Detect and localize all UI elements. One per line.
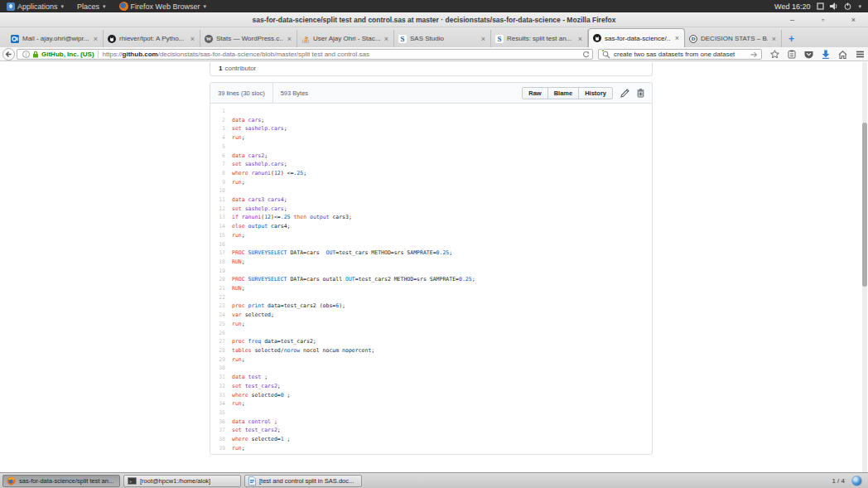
line-number[interactable]: 4	[210, 133, 232, 143]
line-number[interactable]: 17	[210, 249, 232, 258]
tab-close-icon[interactable]: ×	[93, 35, 99, 43]
line-number[interactable]: 27	[210, 337, 232, 346]
tab-5[interactable]: SSAS Studio×	[394, 30, 491, 47]
line-number[interactable]: 2	[210, 116, 232, 125]
line-number[interactable]: 18	[210, 258, 232, 267]
line-number[interactable]: 38	[210, 435, 232, 444]
scrollbar-thumb[interactable]	[862, 123, 867, 287]
taskbar-item-3[interactable]: [test and control split in SAS.doc...	[244, 475, 362, 487]
hamburger-menu-icon[interactable]	[856, 51, 865, 58]
line-number[interactable]: 12	[210, 205, 232, 214]
search-bar[interactable]: create two sas datasets from one dataset	[598, 49, 762, 60]
line-number[interactable]: 32	[210, 382, 232, 391]
new-tab-button[interactable]: +	[782, 33, 801, 47]
tab-4[interactable]: User Ajay Ohri - Stac...×	[297, 30, 394, 47]
places-menu[interactable]: Places ▾	[70, 0, 113, 12]
line-number[interactable]: 21	[210, 284, 232, 293]
minimize-button-icon[interactable]: –	[788, 16, 797, 25]
window-indicator-icon[interactable]	[817, 2, 824, 10]
search-input-value[interactable]: create two sas datasets from one dataset	[614, 51, 747, 58]
delete-trash-icon[interactable]	[637, 89, 644, 98]
download-icon[interactable]	[822, 50, 830, 59]
tab-close-icon[interactable]: ×	[287, 35, 292, 43]
code-line: 5	[210, 143, 652, 152]
applications-menu[interactable]: Applications ▾	[0, 0, 70, 12]
line-number[interactable]: 30	[210, 364, 232, 373]
url-bar[interactable]: i GitHub, Inc. (US) https://github.com/d…	[17, 49, 593, 60]
search-go-arrow-icon[interactable]	[750, 51, 758, 58]
line-number[interactable]: 14	[210, 222, 232, 231]
line-number[interactable]: 8	[210, 169, 232, 178]
taskbar-item-2[interactable]: >_[root@hpcw1:/home/alok]	[123, 475, 241, 487]
tab-8[interactable]: DDECISION STATS – B...×	[685, 30, 782, 47]
line-number[interactable]: 26	[210, 329, 232, 338]
raw-button[interactable]: Raw	[522, 87, 547, 99]
info-icon[interactable]: i	[22, 51, 30, 58]
code-line: 10	[210, 186, 652, 196]
taskbar-item-1[interactable]: sas-for-data-science/split test an...	[2, 475, 120, 487]
back-button[interactable]	[2, 48, 15, 60]
tab-close-icon[interactable]: ×	[771, 35, 777, 43]
line-number[interactable]: 22	[210, 293, 232, 302]
line-number[interactable]: 20	[210, 275, 232, 284]
close-button-icon[interactable]: ×	[849, 16, 858, 25]
github-icon	[593, 34, 601, 42]
pocket-icon[interactable]	[804, 51, 813, 59]
system-menu-caret-icon[interactable]: ▾	[858, 3, 861, 10]
line-number[interactable]: 23	[210, 302, 232, 311]
line-number[interactable]: 28	[210, 346, 232, 355]
home-icon[interactable]	[838, 51, 847, 59]
url-text[interactable]: https://github.com/decisionstats/sas-for…	[103, 51, 582, 58]
tab-close-icon[interactable]: ×	[383, 35, 389, 43]
workspace-orb-icon[interactable]	[851, 476, 862, 486]
code-line: 12set sashelp.cars;	[210, 205, 652, 214]
line-number[interactable]: 19	[210, 267, 232, 276]
line-number[interactable]: 11	[210, 196, 232, 205]
line-number[interactable]: 36	[210, 418, 232, 427]
tab-close-icon[interactable]: ×	[577, 35, 583, 43]
workspace-pager[interactable]: 1 / 4	[832, 477, 845, 485]
line-number[interactable]: 35	[210, 408, 232, 418]
line-number[interactable]: 9	[210, 178, 232, 187]
line-number[interactable]: 6	[210, 152, 232, 161]
line-number[interactable]: 37	[210, 426, 232, 435]
volume-icon[interactable]	[830, 2, 838, 10]
line-number[interactable]: 31	[210, 373, 232, 382]
line-number[interactable]: 39	[210, 444, 232, 453]
tab-close-icon[interactable]: ×	[674, 34, 680, 42]
line-number[interactable]: 15	[210, 231, 232, 240]
site-identity-label[interactable]: GitHub, Inc. (US)	[41, 51, 94, 58]
firefox-app-menu[interactable]: Firefox Web Browser ▾	[113, 0, 213, 12]
line-number[interactable]: 33	[210, 391, 232, 400]
tab-1[interactable]: Mail - ajay.ohri@wipr...×	[7, 30, 104, 47]
history-button[interactable]: History	[578, 87, 613, 99]
line-number[interactable]: 10	[210, 186, 232, 196]
bookmark-star-icon[interactable]	[770, 50, 779, 59]
file-action-buttons: RawBlameHistory	[522, 87, 613, 99]
tab-2[interactable]: rhiever/tpot: A Pytho...×	[104, 30, 200, 47]
line-number[interactable]: 7	[210, 160, 232, 169]
blame-button[interactable]: Blame	[547, 87, 580, 99]
tab-6[interactable]: SResults: split test an...×	[491, 30, 588, 47]
line-number[interactable]: 25	[210, 320, 232, 329]
line-code: run;	[232, 444, 245, 453]
clock[interactable]: Wed 16:20	[768, 2, 817, 11]
line-number[interactable]: 29	[210, 355, 232, 365]
line-number[interactable]: 1	[210, 107, 232, 116]
tab-3[interactable]: WStats — WordPress.c...×	[200, 30, 297, 47]
line-number[interactable]: 16	[210, 240, 232, 249]
tab-close-icon[interactable]: ×	[480, 35, 486, 43]
maximize-button-icon[interactable]: ▫	[818, 16, 827, 25]
reload-icon[interactable]	[582, 51, 590, 58]
line-number[interactable]: 5	[210, 143, 232, 152]
edit-pencil-icon[interactable]	[620, 89, 629, 98]
line-number[interactable]: 34	[210, 399, 232, 408]
tab-close-icon[interactable]: ×	[190, 35, 195, 43]
tab-label: Results: split test an...	[507, 35, 574, 42]
line-number[interactable]: 24	[210, 311, 232, 320]
power-icon[interactable]	[844, 2, 851, 10]
tab-7[interactable]: sas-for-data-science/...×	[588, 28, 685, 47]
line-number[interactable]: 13	[210, 213, 232, 222]
line-number[interactable]: 3	[210, 124, 232, 133]
bookmarks-clipboard-icon[interactable]	[788, 50, 796, 59]
